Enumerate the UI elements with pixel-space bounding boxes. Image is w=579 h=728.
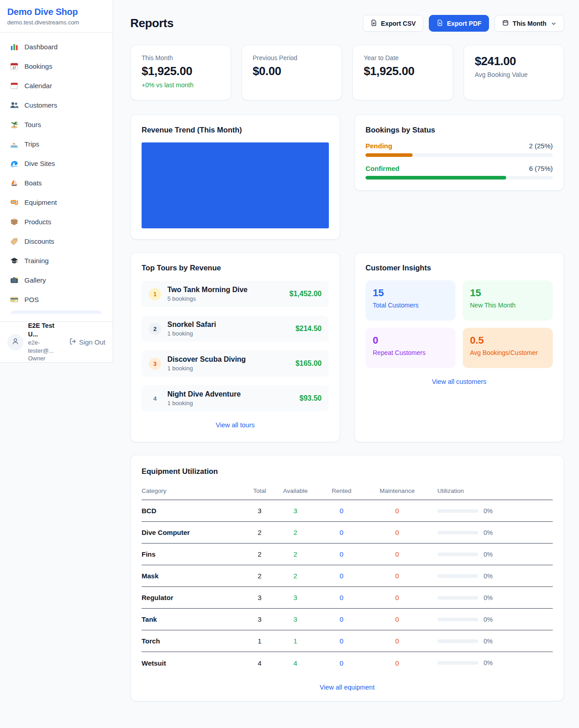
progress-track (365, 153, 553, 157)
brand-domain: demo.test.divestreams.com (7, 19, 105, 26)
sidebar-nav: Dashboard 17 Bookings Calendar Customers… (0, 33, 113, 314)
insight-label: Total Customers (373, 302, 448, 309)
stat-card-previous-period: Previous Period $0.00 (242, 45, 342, 100)
utilization-text: 0% (484, 507, 493, 515)
rank-badge: 3 (149, 358, 161, 370)
sidebar-item-customers[interactable]: Customers (5, 95, 107, 115)
sidebar-item-dashboard[interactable]: Dashboard (5, 37, 107, 57)
stats-row: This Month $1,925.00 +0% vs last month P… (130, 45, 564, 100)
tour-row: 3 Discover Scuba Diving1 booking $165.00 (142, 350, 329, 377)
col-utilization: Utilization (429, 487, 553, 494)
revenue-trend-title: Revenue Trend (This Month) (142, 126, 329, 134)
insight-tile-repeat-customers: 0 Repeat Customers (365, 328, 456, 368)
tour-amount: $165.00 (295, 359, 322, 368)
sidebar-item-gallery[interactable]: Gallery (5, 270, 107, 290)
cell-total: 4 (247, 659, 273, 667)
training-cap-icon (10, 256, 19, 265)
sidebar-item-bookings[interactable]: 17 Bookings (5, 57, 107, 76)
cell-rented: 0 (318, 594, 365, 601)
tour-name: Snorkel Safari (167, 321, 216, 329)
calendar-icon (10, 81, 19, 90)
insight-value: 15 (470, 287, 546, 299)
cell-available: 2 (273, 529, 318, 536)
sign-out-button[interactable]: Sign Out (69, 338, 105, 346)
insight-value: 0 (373, 335, 448, 346)
utilization-bar (437, 553, 478, 556)
cell-rented: 0 (318, 550, 365, 558)
stat-value: $241.00 (475, 54, 553, 68)
col-maintenance: Maintenance (365, 487, 429, 494)
cell-maintenance: 0 (365, 659, 429, 667)
sidebar-item-label: Calendar (24, 82, 52, 90)
tour-name: Two Tank Morning Dive (167, 286, 247, 294)
utilization-bar (437, 661, 478, 665)
view-all-tours-link[interactable]: View all tours (142, 421, 329, 429)
stat-label: This Month (142, 54, 220, 61)
col-available: Available (273, 487, 318, 494)
period-label: This Month (513, 20, 546, 27)
user-panel: E2E Test U... e2e-tester@... Owner Sign … (0, 321, 113, 362)
cell-category: Dive Computer (142, 529, 247, 536)
top-tours-title: Top Tours by Revenue (142, 264, 329, 272)
table-row: Torch 1 1 0 0 0% (142, 630, 553, 652)
cell-maintenance: 0 (365, 507, 429, 515)
insight-value: 0.5 (470, 335, 546, 346)
utilization-text: 0% (484, 551, 493, 558)
rank-badge: 4 (149, 392, 161, 405)
sidebar-item-discounts[interactable]: Discounts (5, 232, 107, 251)
cell-rented: 0 (318, 615, 365, 623)
sidebar-item-trips[interactable]: Trips (5, 134, 107, 154)
sidebar-item-calendar[interactable]: Calendar (5, 76, 107, 95)
products-box-icon (10, 217, 19, 226)
view-all-customers-link[interactable]: View all customers (365, 378, 553, 385)
sidebar-item-products[interactable]: Products (5, 212, 107, 232)
user-email: e2e-tester@... (28, 339, 65, 355)
insight-value: 15 (373, 287, 448, 299)
top-tours-card: Top Tours by Revenue 1 Two Tank Morning … (130, 252, 340, 442)
bookings-by-status-title: Bookings by Status (365, 126, 553, 134)
bookings-calendar-icon: 17 (10, 62, 19, 71)
calendar-small-icon (502, 19, 509, 28)
table-row: Dive Computer 2 2 0 0 0% (142, 522, 553, 544)
status-count: 2 (25%) (529, 142, 553, 150)
status-label: Pending (365, 142, 392, 150)
sidebar-item-label: Training (24, 257, 49, 265)
person-icon (11, 337, 20, 348)
tour-row: 2 Snorkel Safari1 booking $214.50 (142, 316, 329, 342)
dashboard-icon (10, 43, 19, 51)
cell-rented: 0 (318, 507, 365, 515)
sidebar-item-dive-sites[interactable]: Dive Sites (5, 154, 107, 173)
export-csv-label: Export CSV (381, 20, 416, 27)
file-download-icon (437, 19, 443, 28)
tour-amount: $93.50 (299, 394, 322, 402)
period-select[interactable]: This Month (494, 15, 564, 32)
stat-card-this-month: This Month $1,925.00 +0% vs last month (130, 45, 231, 100)
insight-grid: 15 Total Customers 15 New This Month 0 R… (365, 280, 553, 368)
utilization-text: 0% (484, 572, 493, 580)
sidebar-item-pos[interactable]: POS (5, 290, 107, 309)
customer-insights-card: Customer Insights 15 Total Customers 15 … (354, 252, 564, 442)
cell-available: 3 (273, 594, 318, 601)
col-total: Total (247, 487, 273, 494)
sidebar-item-label: Discounts (24, 237, 54, 245)
insight-label: Repeat Customers (373, 349, 448, 356)
logout-icon (69, 338, 76, 346)
sidebar-item-training[interactable]: Training (5, 251, 107, 270)
user-name: E2E Test U... (28, 321, 65, 339)
sidebar-item-tours[interactable]: Tours (5, 115, 107, 134)
sidebar-item-reports-partial[interactable] (11, 311, 102, 314)
sidebar-item-boats[interactable]: Boats (5, 173, 107, 193)
export-csv-button[interactable]: Export CSV (363, 15, 423, 32)
page-header: Reports Export CSV Export PDF This Month (130, 15, 564, 32)
sidebar-item-equipment[interactable]: Equipment (5, 193, 107, 212)
cell-maintenance: 0 (365, 529, 429, 536)
view-all-equipment-link[interactable]: View all equipment (142, 684, 553, 691)
customer-insights-title: Customer Insights (365, 264, 553, 272)
boats-sailboat-icon (10, 179, 19, 187)
equipment-utilization-title: Equipment Utilization (142, 467, 553, 476)
export-pdf-button[interactable]: Export PDF (429, 15, 489, 32)
cell-total: 2 (247, 529, 273, 536)
stat-label: Avg Booking Value (475, 71, 553, 78)
sidebar-item-label: Gallery (24, 276, 46, 284)
insight-label: New This Month (470, 302, 546, 309)
